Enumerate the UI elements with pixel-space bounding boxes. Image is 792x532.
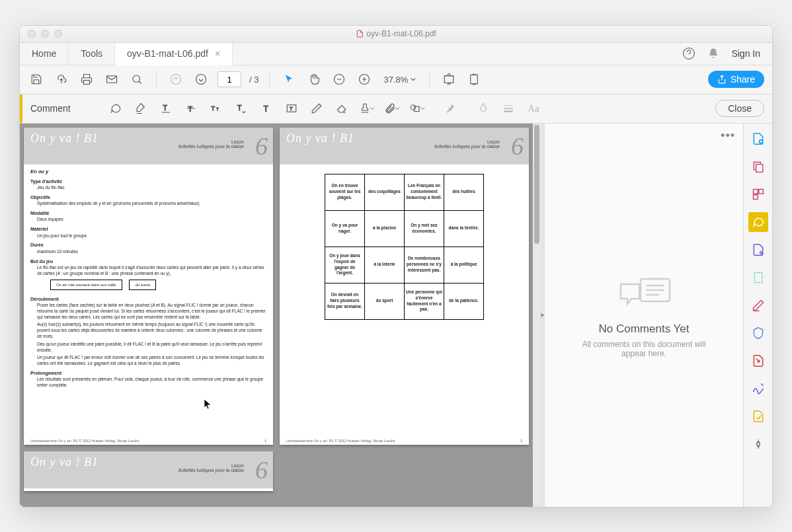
font-button[interactable]: Aa <box>525 100 542 117</box>
card-cell: à la politique <box>444 247 484 283</box>
pencil-button[interactable] <box>308 100 325 117</box>
email-button[interactable] <box>103 71 120 88</box>
card-cell: On y va pour nager. <box>325 210 365 247</box>
zoom-select[interactable]: 37.8% <box>381 73 418 86</box>
tab-home[interactable]: Home <box>20 43 69 65</box>
fit-page-button[interactable] <box>465 71 483 88</box>
card-cell: On y met ses économies. <box>405 210 444 247</box>
comments-empty-subtitle: All comments on this document will appea… <box>578 340 710 358</box>
comments-empty-title: No Comments Yet <box>598 323 689 336</box>
tab-document[interactable]: oyv-B1-mat-L06.pdf × <box>115 43 233 65</box>
fit-width-button[interactable] <box>440 71 457 88</box>
svg-text:T: T <box>163 104 168 112</box>
help-icon[interactable] <box>682 47 695 60</box>
rail-combine[interactable] <box>748 157 768 176</box>
chevron-down-icon <box>411 77 416 82</box>
close-window-button[interactable] <box>28 30 36 38</box>
comments-empty-icon <box>614 272 674 312</box>
svg-rect-3 <box>84 81 90 85</box>
strikethrough-button[interactable]: T <box>182 100 200 117</box>
right-tool-rail <box>743 124 772 507</box>
svg-line-6 <box>139 81 141 84</box>
replace-text-button[interactable]: TT <box>208 100 225 117</box>
zoom-in-button[interactable] <box>356 71 373 88</box>
svg-point-8 <box>196 75 206 85</box>
rail-more[interactable] <box>748 434 768 454</box>
card-grid: On en trouve souvent sur les plages.des … <box>325 174 484 320</box>
rail-measure[interactable] <box>748 268 768 287</box>
svg-rect-44 <box>753 189 758 194</box>
svg-rect-4 <box>107 76 117 83</box>
select-tool-button[interactable] <box>280 71 297 88</box>
next-page-button[interactable] <box>192 71 210 88</box>
fullscreen-window-button[interactable] <box>54 30 62 38</box>
card-cell: dans la tirelire. <box>444 210 484 247</box>
rail-create-pdf[interactable] <box>748 129 768 149</box>
stamp-button[interactable] <box>358 100 376 117</box>
svg-point-5 <box>133 75 140 83</box>
print-button[interactable] <box>78 71 95 88</box>
svg-text:T: T <box>216 107 219 111</box>
svg-text:T: T <box>264 104 269 114</box>
prev-page-button[interactable] <box>167 71 184 88</box>
notifications-icon[interactable] <box>707 48 719 59</box>
app-window: oyv-B1-mat-L06.pdf Home Tools oyv-B1-mat… <box>19 25 773 508</box>
card-cell: Les Français en consomment beaucoup à No… <box>405 174 444 210</box>
rail-send[interactable] <box>748 406 768 426</box>
titlebar: oyv-B1-mat-L06.pdf <box>20 26 772 43</box>
hand-tool-button[interactable] <box>305 71 323 88</box>
rail-export[interactable] <box>748 351 768 371</box>
svg-rect-14 <box>445 76 454 83</box>
sticky-note-button[interactable] <box>107 100 124 117</box>
eraser-button[interactable] <box>333 100 350 117</box>
cloud-button[interactable] <box>53 71 70 88</box>
zoom-out-button[interactable] <box>331 71 348 88</box>
svg-text:T: T <box>237 104 242 112</box>
svg-text:T: T <box>290 106 293 112</box>
close-tab-icon[interactable]: × <box>215 48 220 59</box>
svg-point-0 <box>684 48 695 59</box>
textbox-button[interactable]: T <box>283 100 300 117</box>
underline-button[interactable]: T <box>157 100 175 117</box>
share-button[interactable]: Share <box>708 71 764 88</box>
sign-in-link[interactable]: Sign In <box>731 48 760 59</box>
rail-protect[interactable] <box>748 323 768 343</box>
color-button[interactable] <box>475 100 492 117</box>
attach-button[interactable] <box>383 100 401 117</box>
card-cell: des coquillages <box>365 174 405 210</box>
linewidth-button[interactable] <box>500 100 517 117</box>
page-total: / 3 <box>249 75 258 85</box>
card-cell: des huîtres <box>444 174 484 210</box>
pin-button[interactable] <box>442 100 459 117</box>
traffic-lights <box>28 30 62 38</box>
comments-pane: ••• No Comments Yet All comments on this… <box>545 124 743 507</box>
rail-sign[interactable] <box>748 379 768 399</box>
card-cell: à la piscine <box>365 210 405 247</box>
svg-rect-46 <box>753 194 758 199</box>
comment-mode-label: Comment <box>20 95 99 123</box>
insert-text-button[interactable]: T <box>233 100 250 117</box>
card-cell: à la loterie <box>365 247 405 283</box>
pdf-page-2: On y va ! B1 LeçonActivités ludiques pou… <box>280 128 529 445</box>
close-comment-button[interactable]: Close <box>715 100 764 117</box>
rail-fill-sign[interactable] <box>748 240 768 260</box>
card-cell: De nombreuses personnes ne s'y intéresse… <box>405 247 444 283</box>
svg-rect-47 <box>754 272 762 282</box>
document-viewport[interactable]: On y va ! B1 LeçonActivités ludiques pou… <box>20 124 533 507</box>
add-text-button[interactable]: T <box>258 100 275 117</box>
find-button[interactable] <box>128 71 145 88</box>
rail-edit[interactable] <box>748 295 768 315</box>
main-toolbar: / 3 37.8% Share <box>20 65 772 95</box>
highlight-button[interactable] <box>132 100 149 117</box>
tab-tools[interactable]: Tools <box>69 43 115 65</box>
rail-organize[interactable] <box>748 184 768 204</box>
svg-rect-43 <box>756 164 762 172</box>
vertical-scrollbar[interactable] <box>533 124 541 507</box>
comment-toolbar: Comment T T TT T T T Aa Close <box>20 95 772 124</box>
save-button[interactable] <box>28 71 45 88</box>
rail-comment[interactable] <box>748 212 768 232</box>
comments-menu-button[interactable]: ••• <box>721 129 735 143</box>
minimize-window-button[interactable] <box>41 30 49 38</box>
drawing-button[interactable] <box>409 100 426 117</box>
page-input[interactable] <box>218 71 241 87</box>
